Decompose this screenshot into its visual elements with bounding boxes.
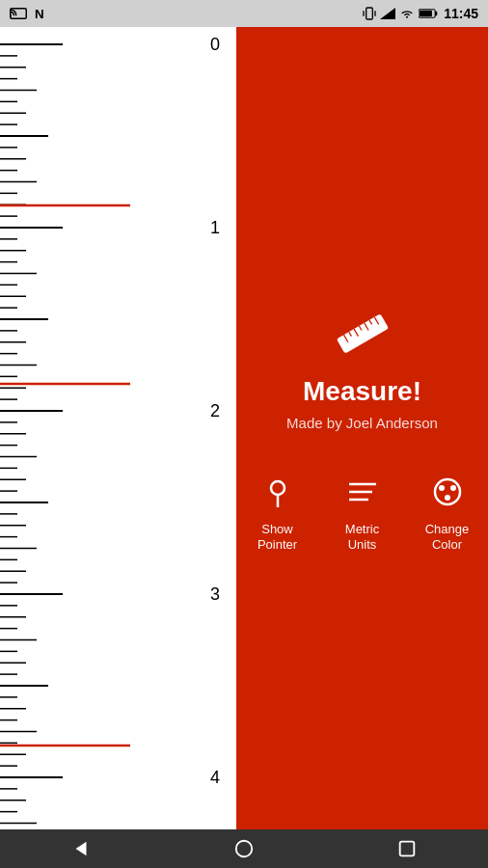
ruler-area [0,27,236,829]
change-color-icon [425,470,470,514]
back-icon [70,838,92,859]
signal-icon [380,7,395,20]
svg-point-28 [236,841,253,857]
info-panel: Measure! Made by Joel Anderson ShowPoint… [236,27,488,829]
metric-units-icon [340,470,385,514]
status-bar: N 11:45 [0,0,488,27]
show-pointer-button[interactable]: ShowPointer [245,470,311,552]
svg-marker-6 [380,8,395,19]
metric-units-label: MetricUnits [345,522,379,552]
svg-rect-3 [366,8,373,19]
back-button[interactable] [57,829,105,868]
wifi-icon [399,8,415,20]
bottom-navigation [0,829,488,868]
svg-point-1 [10,14,12,16]
main-content: Measure! Made by Joel Anderson ShowPoint… [0,27,488,829]
svg-marker-27 [76,842,87,856]
metric-units-button[interactable]: MetricUnits [330,470,395,552]
show-pointer-label: ShowPointer [258,522,297,552]
app-title: Measure! [303,376,421,407]
recents-button[interactable] [383,829,431,868]
recents-icon [396,838,418,859]
svg-text:N: N [35,7,44,21]
svg-rect-10 [336,313,388,353]
svg-rect-8 [420,11,432,16]
app-subtitle: Made by Joel Anderson [286,415,438,431]
status-left-icons: N [10,6,48,21]
show-pointer-icon [256,470,300,514]
ruler-canvas [0,27,236,829]
status-right-icons: 11:45 [363,6,478,21]
vibrate-icon [363,6,376,21]
svg-point-18 [271,481,285,495]
action-buttons: ShowPointer MetricUnits [245,470,480,552]
app-icon [329,305,396,363]
battery-icon [419,8,438,19]
home-icon [233,838,255,859]
svg-point-25 [450,485,456,491]
change-color-button[interactable]: ChangeColor [415,470,480,552]
svg-point-24 [439,485,445,491]
n-icon: N [33,6,48,21]
home-button[interactable] [220,829,268,868]
change-color-label: ChangeColor [425,522,470,552]
svg-point-23 [435,479,460,504]
screen-cast-icon [10,6,27,21]
svg-point-26 [445,495,450,501]
status-time: 11:45 [444,6,478,21]
svg-rect-29 [399,842,414,856]
svg-rect-9 [435,12,437,15]
